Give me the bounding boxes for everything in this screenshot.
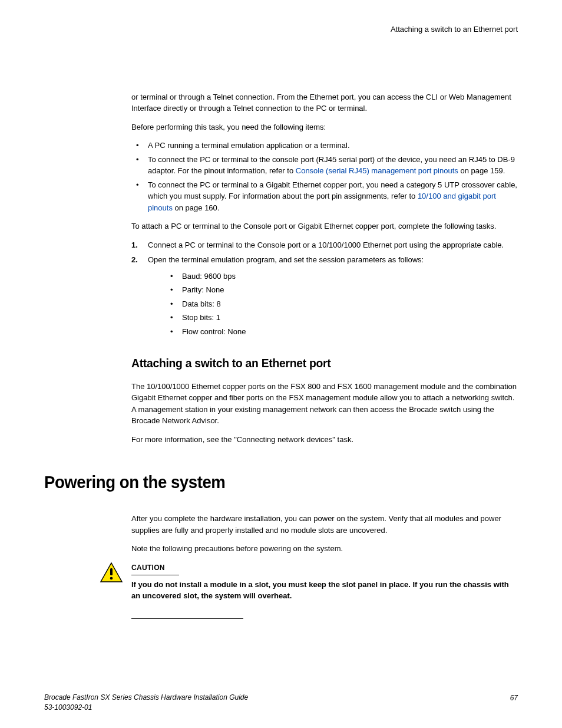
list-item: To connect the PC or terminal to the con… <box>131 154 518 177</box>
horizontal-rule <box>131 618 243 619</box>
list-item: A PC running a terminal emulation applic… <box>131 140 518 151</box>
page-footer: Brocade FastIron SX Series Chassis Hardw… <box>44 693 518 713</box>
caution-label: CAUTION <box>131 562 179 575</box>
section2-para2: For more information, see the "Connectin… <box>131 434 518 446</box>
step-text: Open the terminal emulation program, and… <box>148 255 424 264</box>
list-text: on page 159. <box>458 166 505 175</box>
list-item: To connect the PC or terminal to a Gigab… <box>131 179 518 214</box>
requirements-list: A PC running a terminal emulation applic… <box>131 140 518 213</box>
heading-attaching-switch: Attaching a switch to an Ethernet port <box>131 354 487 373</box>
list-item: Stop bits: 1 <box>166 312 518 324</box>
step-number: 2. <box>131 254 138 266</box>
list-item: Baud: 9600 bps <box>166 271 518 282</box>
warning-triangle-icon <box>100 562 123 587</box>
link-console-pinouts[interactable]: Console (serial RJ45) management port pi… <box>296 166 458 175</box>
running-header: Attaching a switch to an Ethernet port <box>44 24 518 35</box>
section3-para2: Note the following precautions before po… <box>131 543 518 555</box>
list-item: Flow control: None <box>166 326 518 338</box>
main-content: or terminal or through a Telnet connecti… <box>131 91 518 619</box>
caution-block: CAUTION If you do not install a module i… <box>100 562 518 602</box>
list-text: on page 160. <box>173 203 220 212</box>
steps-list: 1. Connect a PC or terminal to the Conso… <box>131 239 518 338</box>
section2-para1: The 10/100/1000 Ethernet copper ports on… <box>131 381 518 427</box>
before-paragraph: Before performing this task, you need th… <box>131 121 518 133</box>
svg-rect-1 <box>110 568 113 575</box>
attach-paragraph: To attach a PC or terminal to the Consol… <box>131 220 518 232</box>
section3-para1: After you complete the hardware installa… <box>131 513 518 536</box>
footer-page-number: 67 <box>510 693 518 713</box>
footer-doc-number: 53-1003092-01 <box>44 703 248 713</box>
heading-powering-on: Powering on the system <box>44 469 480 495</box>
session-params-list: Baud: 9600 bps Parity: None Data bits: 8… <box>166 271 518 338</box>
step-item: 1. Connect a PC or terminal to the Conso… <box>131 239 518 251</box>
svg-point-2 <box>110 577 113 579</box>
list-item: Parity: None <box>166 284 518 296</box>
list-item: Data bits: 8 <box>166 298 518 310</box>
caution-body: CAUTION If you do not install a module i… <box>131 562 518 602</box>
intro-paragraph: or terminal or through a Telnet connecti… <box>131 91 518 114</box>
caution-text: If you do not install a module in a slot… <box>131 579 518 602</box>
step-text: Connect a PC or terminal to the Console … <box>148 241 504 249</box>
footer-left: Brocade FastIron SX Series Chassis Hardw… <box>44 693 248 713</box>
step-item: 2. Open the terminal emulation program, … <box>131 254 518 337</box>
footer-doc-title: Brocade FastIron SX Series Chassis Hardw… <box>44 693 248 703</box>
step-number: 1. <box>131 239 138 251</box>
